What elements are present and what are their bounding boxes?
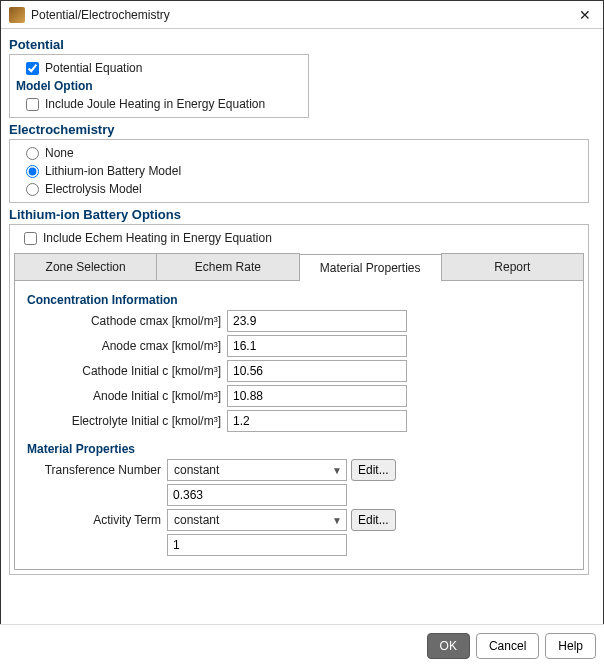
- cathode-initial-input[interactable]: [227, 360, 407, 382]
- radio-electrolysis[interactable]: [26, 183, 39, 196]
- chevron-down-icon: ▼: [332, 515, 342, 526]
- radio-none-row: None: [16, 144, 582, 162]
- transference-value-row: [27, 484, 571, 506]
- ok-button[interactable]: OK: [427, 633, 470, 659]
- help-button[interactable]: Help: [545, 633, 596, 659]
- tabbar: Zone Selection Echem Rate Material Prope…: [14, 253, 584, 281]
- lithium-options-heading: Lithium-ion Battery Options: [9, 207, 595, 222]
- activity-row: Activity Term constant ▼ Edit...: [27, 509, 571, 531]
- tab-echem-rate[interactable]: Echem Rate: [156, 253, 299, 280]
- transference-dropdown-text: constant: [174, 463, 332, 477]
- lithium-options-panel: Include Echem Heating in Energy Equation…: [9, 224, 589, 575]
- titlebar: Potential/Electrochemistry ✕: [1, 1, 603, 29]
- potential-equation-label: Potential Equation: [45, 61, 142, 75]
- material-properties-heading: Material Properties: [27, 442, 571, 456]
- activity-value-input[interactable]: [167, 534, 347, 556]
- chevron-down-icon: ▼: [332, 465, 342, 476]
- cathode-cmax-row: Cathode cmax [kmol/m³]: [27, 310, 571, 332]
- window-title: Potential/Electrochemistry: [31, 8, 575, 22]
- app-icon: [9, 7, 25, 23]
- potential-panel: Potential Equation Model Option Include …: [9, 54, 309, 118]
- activity-label: Activity Term: [27, 513, 167, 527]
- electrolyte-initial-label: Electrolyte Initial c [kmol/m³]: [27, 414, 227, 428]
- radio-lithium-label: Lithium-ion Battery Model: [45, 164, 181, 178]
- tab-zone-selection[interactable]: Zone Selection: [14, 253, 157, 280]
- anode-initial-input[interactable]: [227, 385, 407, 407]
- radio-electrolysis-label: Electrolysis Model: [45, 182, 142, 196]
- tab-report[interactable]: Report: [441, 253, 584, 280]
- activity-value-row: [27, 534, 571, 556]
- electrochemistry-heading: Electrochemistry: [9, 122, 595, 137]
- echem-heating-row: Include Echem Heating in Energy Equation: [14, 229, 584, 247]
- anode-initial-row: Anode Initial c [kmol/m³]: [27, 385, 571, 407]
- joule-heating-row: Include Joule Heating in Energy Equation: [16, 95, 302, 113]
- potential-equation-row: Potential Equation: [16, 59, 302, 77]
- cathode-initial-row: Cathode Initial c [kmol/m³]: [27, 360, 571, 382]
- electrochemistry-panel: None Lithium-ion Battery Model Electroly…: [9, 139, 589, 203]
- concentration-heading: Concentration Information: [27, 293, 571, 307]
- transference-label: Transference Number: [27, 463, 167, 477]
- close-icon[interactable]: ✕: [575, 5, 595, 25]
- potential-heading: Potential: [9, 37, 595, 52]
- radio-none-label: None: [45, 146, 74, 160]
- transference-row: Transference Number constant ▼ Edit...: [27, 459, 571, 481]
- activity-dropdown[interactable]: constant ▼: [167, 509, 347, 531]
- cathode-cmax-label: Cathode cmax [kmol/m³]: [27, 314, 227, 328]
- cancel-button[interactable]: Cancel: [476, 633, 539, 659]
- transference-edit-button[interactable]: Edit...: [351, 459, 396, 481]
- potential-equation-checkbox[interactable]: [26, 62, 39, 75]
- model-option-heading: Model Option: [16, 79, 302, 93]
- activity-edit-button[interactable]: Edit...: [351, 509, 396, 531]
- cathode-initial-label: Cathode Initial c [kmol/m³]: [27, 364, 227, 378]
- radio-electrolysis-row: Electrolysis Model: [16, 180, 582, 198]
- echem-heating-checkbox[interactable]: [24, 232, 37, 245]
- joule-heating-label: Include Joule Heating in Energy Equation: [45, 97, 265, 111]
- anode-cmax-label: Anode cmax [kmol/m³]: [27, 339, 227, 353]
- electrolyte-initial-input[interactable]: [227, 410, 407, 432]
- radio-lithium-row: Lithium-ion Battery Model: [16, 162, 582, 180]
- transference-value-input[interactable]: [167, 484, 347, 506]
- transference-dropdown[interactable]: constant ▼: [167, 459, 347, 481]
- radio-none[interactable]: [26, 147, 39, 160]
- activity-dropdown-text: constant: [174, 513, 332, 527]
- dialog-content: Potential Potential Equation Model Optio…: [1, 29, 603, 587]
- electrolyte-initial-row: Electrolyte Initial c [kmol/m³]: [27, 410, 571, 432]
- anode-initial-label: Anode Initial c [kmol/m³]: [27, 389, 227, 403]
- dialog-footer: OK Cancel Help: [0, 624, 604, 667]
- tab-material-properties[interactable]: Material Properties: [299, 254, 442, 281]
- joule-heating-checkbox[interactable]: [26, 98, 39, 111]
- anode-cmax-input[interactable]: [227, 335, 407, 357]
- anode-cmax-row: Anode cmax [kmol/m³]: [27, 335, 571, 357]
- material-properties-pane: Concentration Information Cathode cmax […: [14, 281, 584, 570]
- echem-heating-label: Include Echem Heating in Energy Equation: [43, 231, 272, 245]
- radio-lithium[interactable]: [26, 165, 39, 178]
- cathode-cmax-input[interactable]: [227, 310, 407, 332]
